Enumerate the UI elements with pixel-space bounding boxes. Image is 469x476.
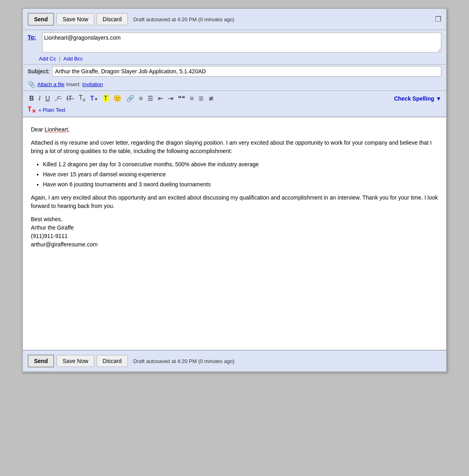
highlight-button[interactable]: T	[101, 94, 110, 103]
indent-button[interactable]: ⇥	[166, 94, 175, 103]
align-center-button[interactable]: ≣	[197, 94, 205, 103]
toolbar-bottom: Send Save Now Discard Draft autosaved at…	[23, 350, 446, 371]
strikethrough-button[interactable]: tT-	[65, 94, 76, 103]
discard-button-bottom[interactable]: Discard	[97, 355, 127, 367]
paperclip-icon: 📎	[28, 81, 36, 88]
emoji-button[interactable]: 🙂	[112, 94, 123, 103]
blockquote-button[interactable]: ❝❝	[176, 94, 187, 103]
link-button[interactable]: 🔗	[125, 94, 136, 103]
outdent-button[interactable]: ⇤	[156, 94, 165, 103]
plain-text-link[interactable]: « Plain Text	[38, 107, 65, 113]
align-left-button[interactable]: ≡	[188, 94, 195, 103]
ordered-list-button[interactable]: ≡	[137, 94, 144, 103]
discard-button-top[interactable]: Discard	[97, 13, 127, 25]
subject-input[interactable]	[52, 66, 441, 77]
insert-label: Insert:	[66, 81, 81, 87]
save-button-bottom[interactable]: Save Now	[57, 355, 94, 367]
remove-formatting-icon: T✕	[28, 106, 36, 114]
to-input[interactable]	[42, 32, 441, 52]
accomplishments-list: Killed 1.2 dragons per day for 3 consecu…	[43, 160, 438, 189]
text-color-button[interactable]: T▼	[89, 94, 100, 103]
font-button[interactable]: 𝓕-	[53, 94, 63, 103]
unordered-list-button[interactable]: ☰	[146, 94, 155, 103]
to-label[interactable]: To:	[28, 34, 39, 40]
email-body[interactable]: Dear Lionheart, Attached is my resume an…	[23, 117, 446, 350]
toolbar-top: Send Save Now Discard Draft autosaved at…	[23, 9, 446, 30]
attach-file-link[interactable]: Attach a file	[37, 81, 65, 87]
format-toolbar2: T✕ « Plain Text	[23, 105, 446, 117]
send-button-bottom[interactable]: Send	[28, 355, 54, 367]
list-item: Have over 15 years of damsel wooing expe…	[43, 170, 438, 179]
send-button-top[interactable]: Send	[28, 13, 54, 26]
add-bcc-link[interactable]: Add Bcc	[63, 56, 83, 62]
greeting: Dear Lionheart,	[31, 125, 438, 134]
expand-icon[interactable]: ❐	[435, 15, 441, 24]
autosave-text-bottom: Draft autosaved at 4:20 PM (0 minutes ag…	[133, 358, 441, 364]
format-toolbar: B I U 𝓕- tT- Tx T▼ T 🙂 🔗 ≡ ☰ ⇤ ⇥ ❝❝ ≡ ≣ …	[23, 91, 446, 105]
pipe-separator: |	[59, 56, 62, 62]
compose-window: Send Save Now Discard Draft autosaved at…	[22, 8, 447, 372]
body-para1: Attached is my resume and cover letter, …	[31, 139, 438, 155]
to-row: To:	[23, 30, 446, 54]
attach-row: 📎 Attach a file Insert: Invitation	[23, 78, 446, 91]
check-spelling-button[interactable]: Check Spelling ▼	[394, 95, 441, 102]
subject-row: Subject:	[23, 64, 446, 78]
recipient-name: Lionheart	[44, 126, 68, 133]
list-item: Killed 1.2 dragons per day for 3 consecu…	[43, 160, 438, 169]
save-button-top[interactable]: Save Now	[57, 13, 94, 25]
signature: Best wishes, Arthur the Giraffe (911)911…	[31, 215, 438, 249]
underline-button[interactable]: U	[44, 94, 52, 103]
invitation-link[interactable]: Invitation	[82, 81, 103, 87]
align-right-button[interactable]: ≢	[207, 94, 215, 103]
list-item: Have won 6 jousting tournaments and 3 sw…	[43, 180, 438, 189]
autosave-text-top: Draft autosaved at 4:20 PM (0 minutes ag…	[133, 16, 433, 22]
italic-button[interactable]: I	[37, 94, 42, 103]
subscript-button[interactable]: Tx	[77, 93, 87, 103]
cc-row: Add Cc | Add Bcc	[23, 54, 446, 64]
subject-label: Subject:	[28, 68, 50, 75]
add-cc-link[interactable]: Add Cc	[39, 56, 56, 62]
body-para2: Again, I am very excited about this oppo…	[31, 194, 438, 210]
bold-button[interactable]: B	[28, 94, 36, 103]
